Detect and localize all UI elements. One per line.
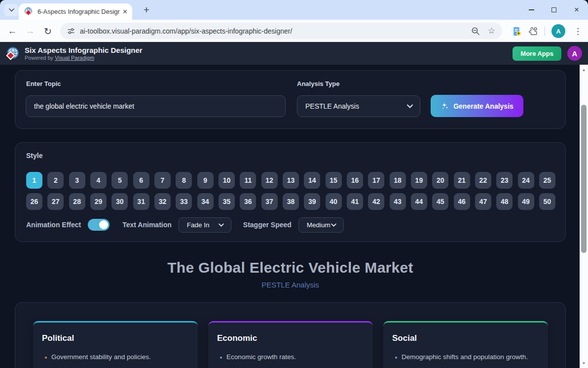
style-option-32[interactable]: 32: [154, 193, 171, 210]
style-option-19[interactable]: 19: [411, 172, 427, 189]
style-option-12[interactable]: 12: [261, 172, 278, 189]
reload-button[interactable]: ↻: [40, 24, 55, 39]
style-option-39[interactable]: 39: [304, 193, 320, 210]
card-heading: Social: [392, 333, 548, 343]
style-option-45[interactable]: 45: [432, 193, 448, 210]
animation-effect-toggle[interactable]: [88, 219, 110, 231]
minimize-icon: [529, 9, 534, 10]
sparkle-icon: [441, 102, 449, 110]
close-window-button[interactable]: ×: [565, 0, 588, 20]
style-option-11[interactable]: 11: [240, 172, 256, 189]
stagger-speed-select[interactable]: Medium: [298, 217, 344, 233]
style-option-33[interactable]: 33: [176, 193, 192, 210]
zoom-icon[interactable]: [471, 27, 480, 36]
style-option-40[interactable]: 40: [326, 193, 342, 210]
tab-close-icon[interactable]: ×: [123, 8, 127, 16]
style-option-26[interactable]: 26: [26, 193, 42, 210]
powered-by: Powered by Visual Paradigm: [25, 55, 513, 61]
topic-form-panel: Enter Topic Analysis Type PESTLE Analysi…: [15, 70, 566, 129]
generate-analysis-button[interactable]: Generate Analysis: [431, 95, 523, 117]
style-option-4[interactable]: 4: [90, 172, 107, 189]
browser-profile-avatar[interactable]: A: [551, 24, 565, 38]
toolbar-right-cluster: A ⋮: [512, 24, 584, 39]
analysis-type-select[interactable]: PESTLE Analysis: [297, 95, 420, 117]
style-option-3[interactable]: 3: [69, 172, 85, 189]
style-option-20[interactable]: 20: [432, 172, 448, 189]
scrollbar-thumb[interactable]: [581, 105, 587, 253]
reading-list-download-icon[interactable]: [512, 26, 522, 37]
scroll-down-icon[interactable]: ▼: [580, 359, 588, 367]
style-option-43[interactable]: 43: [390, 193, 406, 210]
page-scrollbar[interactable]: ▲ ▼: [580, 65, 588, 368]
extensions-icon[interactable]: [528, 26, 538, 36]
style-option-29[interactable]: 29: [90, 193, 107, 210]
style-option-41[interactable]: 41: [347, 193, 363, 210]
style-option-48[interactable]: 48: [496, 193, 513, 210]
minimize-button[interactable]: [520, 0, 543, 20]
style-option-25[interactable]: 25: [539, 172, 555, 189]
style-option-42[interactable]: 42: [368, 193, 384, 210]
page-content: Enter Topic Analysis Type PESTLE Analysi…: [0, 65, 588, 368]
style-option-49[interactable]: 49: [518, 193, 534, 210]
text-animation-select[interactable]: Fade In: [179, 217, 231, 233]
style-option-28[interactable]: 28: [69, 193, 85, 210]
topic-input[interactable]: [26, 95, 286, 117]
forward-button[interactable]: →: [23, 24, 37, 39]
style-row-1: 1234567891011121314151617181920212223242…: [26, 172, 555, 189]
app-avatar[interactable]: A: [567, 46, 582, 61]
style-option-9[interactable]: 9: [197, 172, 214, 189]
style-option-13[interactable]: 13: [283, 172, 299, 189]
maximize-button[interactable]: [543, 0, 565, 20]
card-item-text: Government stability and policies.: [51, 353, 151, 362]
result-title: The Global Electric Vehicle Market: [15, 259, 566, 276]
new-tab-button[interactable]: +: [140, 3, 153, 16]
aspect-card-economic: EconomicEconomic growth rates.: [208, 321, 373, 368]
url-bar[interactable]: ai-toolbox.visual-paradigm.com/app/six-a…: [60, 23, 502, 39]
style-option-46[interactable]: 46: [454, 193, 470, 210]
style-option-24[interactable]: 24: [518, 172, 534, 189]
style-option-21[interactable]: 21: [454, 172, 470, 189]
more-apps-button[interactable]: More Apps: [513, 46, 561, 61]
style-option-34[interactable]: 34: [197, 193, 214, 210]
style-option-14[interactable]: 14: [304, 172, 320, 189]
tab-search-button[interactable]: [4, 4, 19, 16]
style-option-50[interactable]: 50: [539, 193, 555, 210]
style-option-17[interactable]: 17: [368, 172, 384, 189]
style-option-16[interactable]: 16: [347, 172, 363, 189]
style-option-31[interactable]: 31: [133, 193, 149, 210]
style-option-6[interactable]: 6: [133, 172, 149, 189]
chevron-down-icon: [219, 223, 224, 227]
style-option-30[interactable]: 30: [111, 193, 128, 210]
style-option-22[interactable]: 22: [475, 172, 491, 189]
visual-paradigm-link[interactable]: Visual Paradigm: [55, 55, 94, 61]
app-header: Six Aspects Infographic Designer Powered…: [0, 42, 588, 65]
maximize-icon: [551, 7, 556, 12]
browser-tab[interactable]: 6-Aspects Infographic Designer ×: [19, 3, 132, 20]
style-option-8[interactable]: 8: [176, 172, 192, 189]
style-option-7[interactable]: 7: [154, 172, 171, 189]
style-option-23[interactable]: 23: [496, 172, 513, 189]
style-option-1[interactable]: 1: [26, 172, 42, 189]
style-option-36[interactable]: 36: [240, 193, 256, 210]
browser-menu-icon[interactable]: ⋮: [572, 26, 584, 37]
style-option-47[interactable]: 47: [475, 193, 491, 210]
tab-title: 6-Aspects Infographic Designer: [37, 8, 120, 15]
scroll-up-icon[interactable]: ▲: [580, 66, 588, 74]
toolbar-divider: [545, 26, 545, 36]
style-option-15[interactable]: 15: [326, 172, 342, 189]
analysis-type-value: PESTLE Analysis: [305, 102, 359, 110]
style-option-10[interactable]: 10: [219, 172, 235, 189]
style-option-35[interactable]: 35: [219, 193, 235, 210]
style-option-44[interactable]: 44: [411, 193, 427, 210]
style-option-2[interactable]: 2: [47, 172, 64, 189]
style-row-2: 2627282930313233343536373839404142434445…: [26, 193, 555, 210]
powered-by-text: Powered by: [25, 55, 53, 61]
style-option-37[interactable]: 37: [261, 193, 278, 210]
style-option-27[interactable]: 27: [47, 193, 64, 210]
bookmark-star-icon[interactable]: ☆: [488, 26, 495, 36]
style-option-38[interactable]: 38: [283, 193, 299, 210]
card-item-text: Economic growth rates.: [226, 353, 296, 362]
back-button[interactable]: ←: [5, 24, 20, 39]
style-option-5[interactable]: 5: [111, 172, 128, 189]
style-option-18[interactable]: 18: [390, 172, 406, 189]
